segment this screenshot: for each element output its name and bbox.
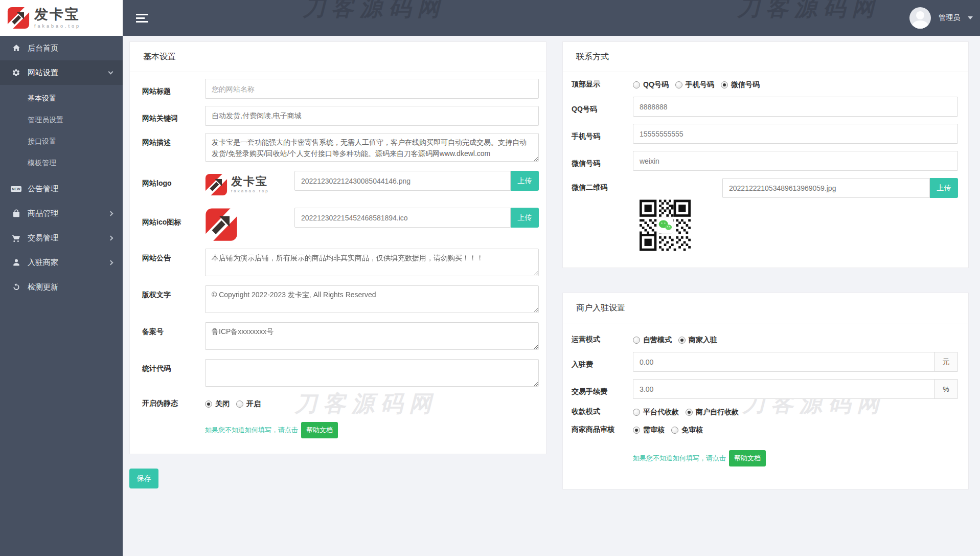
main-content: 基本设置 网站标题 网站关键词 网站描述 网站logo: [123, 36, 980, 556]
brand-domain: fakabao.top: [34, 24, 81, 29]
copyright-textarea[interactable]: [205, 285, 539, 313]
sidebar-item-label: 入驻商家: [28, 258, 58, 268]
entry-fee-input[interactable]: [633, 352, 935, 372]
contact-panel: 联系方式 顶部显示 QQ号码 手机号码 微信号码 QQ号码: [562, 41, 969, 268]
ico-upload-button[interactable]: 上传: [511, 208, 539, 228]
panel-title: 联系方式: [563, 42, 968, 72]
caret-down-icon: [968, 16, 973, 19]
stats-code-textarea[interactable]: [205, 359, 539, 387]
operation-mode-label: 运营模式: [569, 335, 633, 344]
help-text: 如果您不知道如何填写，请点击: [633, 454, 726, 463]
qr-upload-button[interactable]: 上传: [930, 178, 958, 198]
chevron-right-icon: [108, 260, 113, 265]
merchant-settings-panel: 商户入驻设置 运营模式 自营模式 商家入驻 入驻费 元: [562, 293, 969, 490]
transaction-fee-input[interactable]: [633, 379, 935, 399]
brand-logo[interactable]: 发卡宝 fakabao.top: [0, 0, 123, 36]
sidebar-item-label: 后台首页: [28, 43, 58, 53]
platform-collection-radio[interactable]: [633, 409, 640, 416]
transaction-fee-unit: %: [935, 379, 958, 399]
ico-filename-input[interactable]: [294, 208, 511, 228]
sidebar-subitem-template-management[interactable]: 模板管理: [0, 152, 123, 174]
chevron-down-icon: [108, 70, 113, 75]
sidebar-subitem-api-settings[interactable]: 接口设置: [0, 131, 123, 152]
qr-filename-input[interactable]: [722, 178, 930, 198]
panel-title: 基本设置: [130, 42, 546, 72]
sidebar-item-products[interactable]: 商品管理: [0, 201, 123, 226]
merchant-entry-radio[interactable]: [678, 337, 686, 344]
sidebar-item-announcements[interactable]: NEW 公告管理: [0, 176, 123, 201]
merchant-self-collection-radio[interactable]: [686, 409, 693, 416]
person-icon: [11, 258, 21, 268]
chevron-right-icon: [108, 235, 113, 240]
phone-label: 手机号码: [569, 127, 633, 141]
sidebar-item-dashboard[interactable]: 后台首页: [0, 36, 123, 60]
self-operated-radio[interactable]: [633, 337, 640, 344]
sidebar-item-merchants[interactable]: 入驻商家: [0, 250, 123, 275]
site-title-input[interactable]: [205, 79, 539, 99]
basic-settings-panel: 基本设置 网站标题 网站关键词 网站描述 网站logo: [129, 41, 546, 454]
top-display-phone-radio[interactable]: [675, 81, 682, 88]
review-exempt-radio[interactable]: [671, 427, 678, 434]
stats-code-label: 统计代码: [135, 359, 205, 389]
pseudo-static-label: 开启伪静态: [135, 399, 205, 408]
site-ico-image: [205, 208, 238, 241]
top-display-label: 顶部显示: [569, 80, 633, 89]
wechat-input[interactable]: [633, 151, 958, 171]
wechat-label: 微信号码: [569, 154, 633, 168]
sidebar-subitem-admin-settings[interactable]: 管理员设置: [0, 109, 123, 131]
keywords-input[interactable]: [205, 106, 539, 126]
brand-logo-icon: [205, 173, 227, 196]
chevron-right-icon: [108, 211, 113, 216]
logo-upload-button[interactable]: 上传: [511, 171, 539, 191]
entry-fee-label: 入驻费: [569, 355, 633, 369]
pseudo-static-off-radio[interactable]: [205, 401, 212, 408]
refresh-icon: [11, 282, 21, 292]
top-display-qq-radio[interactable]: [633, 81, 640, 88]
help-doc-button[interactable]: 帮助文档: [301, 422, 338, 438]
logo-filename-input[interactable]: [294, 171, 511, 191]
transaction-fee-label: 交易手续费: [569, 382, 633, 396]
help-text: 如果您不知道如何填写，请点击: [205, 426, 298, 435]
sidebar: 发卡宝 fakabao.top 后台首页 网站设置 基本设置 管理员设置 接口设…: [0, 0, 123, 556]
sidebar-item-label: 公告管理: [28, 184, 58, 194]
avatar: [909, 7, 931, 29]
site-logo-image: 发卡宝 fakabao.top: [205, 171, 274, 198]
sidebar-item-label: 网站设置: [28, 68, 58, 78]
icp-textarea[interactable]: [205, 322, 539, 350]
menu-toggle-icon[interactable]: [136, 14, 148, 25]
ico-label: 网站ico图标: [135, 208, 205, 241]
description-label: 网站描述: [135, 133, 205, 164]
sidebar-item-site-settings[interactable]: 网站设置: [0, 60, 123, 85]
panel-title: 商户入驻设置: [563, 293, 968, 323]
description-textarea[interactable]: [205, 133, 539, 162]
product-review-label: 商家商品审核: [569, 425, 633, 434]
help-doc-button[interactable]: 帮助文档: [729, 450, 766, 466]
sidebar-item-transactions[interactable]: 交易管理: [0, 226, 123, 250]
notice-textarea[interactable]: [205, 249, 539, 276]
logo-label: 网站logo: [135, 171, 205, 198]
sidebar-item-check-update[interactable]: 检测更新: [0, 275, 123, 299]
user-menu[interactable]: 管理员: [909, 0, 973, 36]
cart-icon: [11, 233, 21, 243]
top-display-wechat-radio[interactable]: [721, 81, 728, 88]
copyright-label: 版权文字: [135, 285, 205, 315]
site-settings-submenu: 基本设置 管理员设置 接口设置 模板管理: [0, 85, 123, 176]
save-button[interactable]: 保存: [129, 469, 158, 488]
sidebar-subitem-basic-settings[interactable]: 基本设置: [0, 88, 123, 109]
qq-label: QQ号码: [569, 100, 633, 114]
qq-input[interactable]: [633, 97, 958, 117]
review-required-radio[interactable]: [633, 427, 640, 434]
new-badge-icon: NEW: [11, 184, 21, 194]
wechat-qr-code-image: [640, 199, 691, 252]
icp-label: 备案号: [135, 322, 205, 352]
pseudo-static-on-radio[interactable]: [236, 401, 243, 408]
sidebar-item-label: 检测更新: [28, 282, 58, 292]
sidebar-menu: 后台首页 网站设置 基本设置 管理员设置 接口设置 模板管理 NEW 公告管理 …: [0, 36, 123, 299]
home-icon: [11, 43, 21, 53]
keywords-label: 网站关键词: [135, 109, 205, 123]
gear-icon: [11, 68, 21, 78]
site-title-label: 网站标题: [135, 82, 205, 96]
phone-input[interactable]: [633, 124, 958, 144]
collection-mode-label: 收款模式: [569, 407, 633, 416]
shopping-bag-icon: [11, 209, 21, 218]
